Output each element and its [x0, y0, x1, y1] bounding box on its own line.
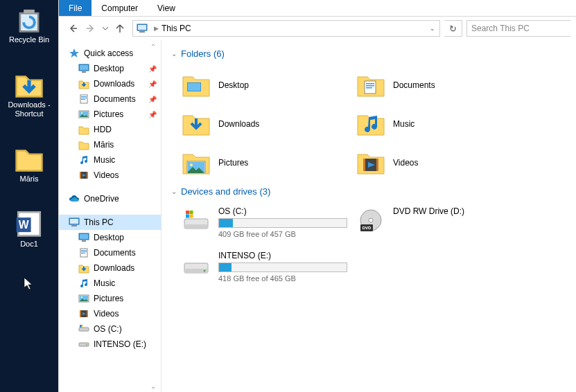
nav-item-documents[interactable]: Documents: [59, 245, 161, 260]
nav-label: This PC: [84, 217, 114, 227]
folder-label: Videos: [393, 158, 418, 168]
section-folders[interactable]: ⌄ Folders (6): [170, 44, 568, 66]
dl-folder-icon: [15, 69, 44, 98]
folder-label: Documents: [393, 80, 435, 90]
nav-item-label: Videos: [94, 309, 119, 319]
desktop-icon-label: Downloads - Shortcut: [0, 100, 58, 118]
desktop-icon: [78, 232, 89, 243]
folder-music-big[interactable]: Music: [356, 105, 530, 143]
svg-rect-47: [366, 85, 374, 87]
drive-icon: [78, 339, 89, 350]
desktop-icon-dl-folder[interactable]: Downloads - Shortcut: [0, 66, 58, 124]
nav-item-label: Music: [94, 155, 115, 165]
folder-documents-big[interactable]: Documents: [356, 66, 530, 105]
nav-item-drive[interactable]: INTENSO (E:): [59, 337, 161, 352]
section-drives[interactable]: ⌄ Devices and drives (3): [170, 182, 568, 204]
nav-item-drive-os[interactable]: OS (C:): [59, 321, 161, 337]
nav-item-documents[interactable]: Documents 📌: [59, 91, 161, 107]
chevron-down-icon: ⌄: [171, 50, 177, 57]
address-dropdown-icon[interactable]: ⌄: [426, 25, 439, 32]
scroll-down-icon[interactable]: ⌄: [148, 381, 158, 391]
recycle-icon: [15, 4, 44, 33]
svg-rect-18: [87, 172, 88, 179]
search-input[interactable]: Search This PC: [466, 20, 570, 37]
nav-item-folder[interactable]: HDD: [59, 122, 161, 137]
back-button[interactable]: [64, 20, 81, 37]
drive-item[interactable]: OS (C:) 409 GB free of 457 GB: [181, 204, 356, 248]
nav-item-label: INTENSO (E:): [94, 339, 146, 349]
desktop-icon-word[interactable]: W Doc1: [0, 206, 58, 254]
address-bar[interactable]: ▶ This PC ⌄: [132, 20, 440, 37]
folder-desktop-big[interactable]: Desktop: [181, 66, 356, 105]
nav-quick-access[interactable]: Quick access: [59, 46, 161, 61]
pin-icon: 📌: [148, 80, 157, 88]
nav-item-desktop[interactable]: Desktop: [59, 230, 161, 245]
svg-rect-28: [81, 253, 85, 253]
downloads-icon: [78, 262, 89, 274]
recent-dropdown[interactable]: [101, 20, 110, 37]
svg-point-51: [190, 163, 193, 166]
svg-rect-11: [81, 98, 87, 98]
music-icon: [78, 278, 89, 289]
svg-rect-23: [80, 234, 88, 239]
drive-os-icon: [78, 323, 89, 335]
nav-item-music[interactable]: Music: [59, 276, 161, 291]
nav-item-label: Documents: [94, 94, 136, 104]
breadcrumb-separator-icon: ▶: [151, 25, 162, 32]
nav-item-label: Videos: [94, 170, 119, 180]
svg-rect-44: [188, 83, 200, 91]
svg-point-15: [81, 112, 83, 114]
ribbon-tab-view[interactable]: View: [148, 0, 185, 16]
nav-item-music[interactable]: Music: [59, 152, 161, 168]
svg-rect-46: [366, 83, 374, 84]
content-area: ⌄ Folders (6) Desktop Documents Download…: [162, 40, 576, 392]
documents-icon: [78, 93, 89, 105]
svg-rect-39: [80, 326, 81, 328]
chevron-down-icon: ⌄: [171, 188, 177, 195]
dvd-icon: DVD: [356, 206, 386, 234]
nav-item-label: OS (C:): [94, 324, 122, 334]
svg-point-31: [81, 296, 83, 299]
desktop-icon-recycle[interactable]: Recycle Bin: [0, 1, 58, 50]
nav-onedrive[interactable]: OneDrive: [59, 191, 161, 206]
nav-item-folder[interactable]: Māris: [59, 137, 161, 152]
folder-downloads-big[interactable]: Downloads: [181, 105, 356, 143]
breadcrumb-location[interactable]: This PC: [162, 24, 197, 33]
svg-rect-37: [80, 325, 81, 326]
drive-item[interactable]: DVD DVD RW Drive (D:): [356, 204, 530, 248]
drive-usage-bar: [218, 218, 347, 228]
ribbon-tab-file[interactable]: File: [59, 0, 91, 16]
nav-item-downloads[interactable]: Downloads 📌: [59, 76, 161, 91]
svg-rect-56: [184, 224, 208, 229]
nav-item-label: Desktop: [94, 233, 124, 242]
svg-text:W: W: [19, 219, 29, 231]
forward-button[interactable]: [82, 20, 99, 37]
nav-item-label: Downloads: [94, 79, 134, 89]
svg-rect-8: [82, 71, 86, 73]
svg-point-67: [204, 270, 206, 272]
up-button[interactable]: [112, 20, 128, 37]
folder-pictures-big[interactable]: Pictures: [181, 143, 356, 182]
nav-item-downloads[interactable]: Downloads: [59, 260, 161, 276]
nav-this-pc[interactable]: This PC: [59, 215, 161, 230]
explorer-window: File Computer View ▶ This PC ⌄ ↻ Search …: [58, 0, 576, 392]
folder-label: Downloads: [218, 119, 259, 129]
svg-rect-59: [186, 215, 189, 218]
desktop-icon-label: Recycle Bin: [0, 35, 58, 44]
drive-label: DVD RW Drive (D:): [393, 206, 464, 216]
nav-item-pictures[interactable]: Pictures 📌: [59, 107, 161, 122]
nav-item-label: Documents: [94, 248, 136, 258]
svg-rect-26: [81, 250, 87, 251]
downloads-icon: [78, 78, 89, 89]
nav-item-desktop[interactable]: Desktop 📌: [59, 61, 161, 76]
navigation-bar: ▶ This PC ⌄ ↻ Search This PC: [59, 17, 576, 40]
folder-videos-big[interactable]: Videos: [356, 143, 530, 182]
nav-item-pictures[interactable]: Pictures: [59, 291, 161, 306]
drive-free-text: 418 GB free of 465 GB: [218, 274, 347, 283]
nav-item-videos[interactable]: Videos: [59, 306, 161, 321]
nav-item-videos[interactable]: Videos: [59, 168, 161, 183]
desktop-icon-folder[interactable]: Māris: [0, 141, 58, 189]
ribbon-tab-computer[interactable]: Computer: [91, 0, 148, 16]
drive-item[interactable]: INTENSO (E:) 418 GB free of 465 GB: [181, 248, 356, 292]
refresh-button[interactable]: ↻: [444, 20, 462, 37]
